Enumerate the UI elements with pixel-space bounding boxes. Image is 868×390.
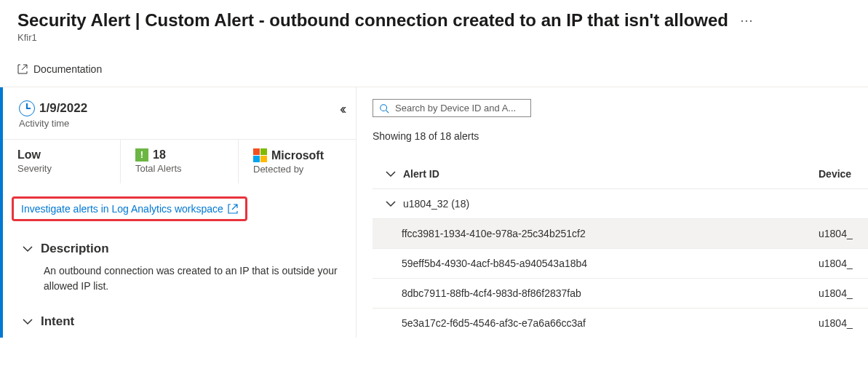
alert-id-cell: ffcc3981-1934-410e-978a-25c34b251cf2: [397, 228, 819, 239]
chevron-down-icon: [22, 316, 33, 327]
chevron-down-icon: [22, 243, 33, 255]
intent-toggle[interactable]: Intent: [22, 314, 340, 329]
resource-subtitle: Kfir1: [17, 32, 851, 43]
alert-id-cell: 59eff5b4-4930-4acf-b845-a940543a18b4: [397, 258, 819, 269]
detected-by-value: Microsoft: [271, 149, 324, 162]
detected-by-metric: Microsoft Detected by: [239, 140, 356, 183]
page-title: Security Alert | Custom Alert - outbound…: [17, 10, 728, 31]
severity-label: Severity: [17, 163, 105, 174]
total-alerts-value: 18: [153, 148, 166, 162]
microsoft-logo-icon: [253, 148, 267, 162]
results-count: Showing 18 of 18 alerts: [373, 130, 868, 142]
table-row[interactable]: 8dbc7911-88fb-4cf4-983d-8f86f2837fab u18…: [373, 279, 868, 309]
clock-icon: [19, 100, 35, 116]
investigate-link-label: Investigate alerts in Log Analytics work…: [21, 203, 223, 215]
device-cell: u1804_: [819, 258, 862, 269]
external-link-icon: [17, 64, 28, 74]
chevron-down-icon: [385, 198, 397, 210]
activity-time-value: 1/9/2022: [39, 101, 87, 116]
activity-time-card: 1/9/2022 Activity time: [3, 87, 356, 139]
search-placeholder: Search by Device ID and A...: [395, 103, 516, 114]
severity-metric: Low Severity: [3, 140, 121, 183]
column-alert-id[interactable]: Alert ID: [403, 168, 819, 180]
table-row[interactable]: 5e3a17c2-f6d5-4546-af3c-e7a6a66cc3af u18…: [373, 309, 868, 338]
description-section: Description An outbound connection was c…: [22, 242, 340, 294]
table-row[interactable]: 59eff5b4-4930-4acf-b845-a940543a18b4 u18…: [373, 249, 868, 279]
search-input[interactable]: Search by Device ID and A...: [373, 99, 531, 117]
investigate-log-analytics-link[interactable]: Investigate alerts in Log Analytics work…: [12, 196, 247, 221]
chevron-down-icon[interactable]: [385, 168, 397, 180]
alert-id-cell: 5e3a17c2-f6d5-4546-af3c-e7a6a66cc3af: [397, 317, 819, 329]
device-cell: u1804_: [819, 228, 862, 239]
documentation-label: Documentation: [33, 63, 102, 75]
table-row[interactable]: ffcc3981-1934-410e-978a-25c34b251cf2 u18…: [373, 219, 868, 249]
total-alerts-metric: 18 Total Alerts: [121, 140, 239, 183]
svg-point-0: [381, 104, 387, 111]
description-toggle[interactable]: Description: [22, 242, 340, 256]
severity-value: Low: [17, 148, 105, 162]
description-title: Description: [41, 242, 109, 256]
intent-title: Intent: [41, 314, 74, 329]
detected-by-label: Detected by: [253, 164, 341, 175]
more-actions-icon[interactable]: ⋯: [740, 12, 753, 28]
documentation-link[interactable]: Documentation: [17, 63, 868, 75]
device-cell: u1804_: [819, 317, 862, 329]
external-link-icon: [228, 204, 238, 214]
alert-badge-icon: [135, 148, 148, 162]
alerts-table-header: Alert ID Device: [373, 159, 868, 189]
activity-time-label: Activity time: [19, 118, 340, 129]
total-alerts-label: Total Alerts: [135, 163, 223, 174]
alert-group-row[interactable]: u1804_32 (18): [373, 189, 868, 219]
group-label: u1804_32 (18): [403, 198, 819, 210]
description-body: An outbound connection was created to an…: [44, 263, 340, 294]
search-icon: [379, 103, 389, 114]
intent-section: Intent: [22, 314, 340, 329]
device-cell: u1804_: [819, 287, 862, 299]
alert-id-cell: 8dbc7911-88fb-4cf4-983d-8f86f2837fab: [397, 287, 819, 299]
column-device[interactable]: Device: [819, 168, 862, 180]
collapse-panel-icon[interactable]: ‹‹: [340, 100, 343, 117]
